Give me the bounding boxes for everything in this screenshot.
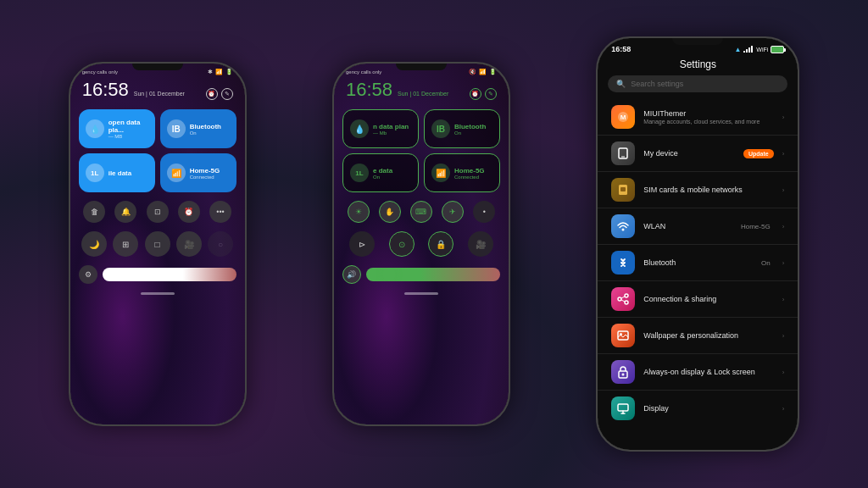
- bt-logo: [616, 256, 630, 269]
- edit-icon[interactable]: ✎: [221, 88, 233, 100]
- bt-icon-green: IB: [431, 119, 450, 138]
- signal-icon: [743, 46, 754, 53]
- tile-bt-sub: On: [190, 130, 221, 136]
- tile-wifi-sub-2: Connected: [454, 175, 485, 180]
- sim-logo: [616, 183, 630, 197]
- cast-btn[interactable]: ⊳: [349, 231, 375, 257]
- alarm-icon-2[interactable]: ⏰: [470, 88, 481, 100]
- tile-mobile-data[interactable]: 1L ile data: [79, 153, 155, 192]
- phone-1-screen: gency calls only ✱ 📶 🔋 16:58 Sun | 01 De…: [70, 64, 245, 424]
- brightness-handle: [149, 268, 163, 281]
- phone-2-status-bar: gency calls only 🔇 📶 🔋: [334, 64, 509, 77]
- miui-logo: M: [616, 110, 630, 124]
- brightness-slider[interactable]: [103, 268, 236, 281]
- svg-rect-9: [620, 187, 626, 191]
- tile-bt-sub-2: On: [454, 130, 486, 136]
- settings-time: 16:58: [611, 45, 631, 53]
- phone-2-time: 16:58: [346, 79, 392, 101]
- record-btn[interactable]: ⊙: [389, 231, 415, 257]
- edit-icon-2[interactable]: ✎: [485, 88, 497, 100]
- wlan-title: WLAN: [643, 222, 732, 230]
- tile-mobile-sub-2: On: [373, 175, 392, 180]
- settings-item-miui[interactable]: M MIUIThemer Manage accounts, cloud serv…: [598, 99, 798, 136]
- tile-data-green[interactable]: 💧 n data plan — Mb: [342, 109, 419, 148]
- settings-item-lock[interactable]: Always-on display & Lock screen ›: [598, 354, 798, 391]
- phone-2-bottom-indicator: [404, 292, 438, 295]
- copy-btn[interactable]: ⊞: [113, 231, 138, 257]
- more-btn-2[interactable]: •: [473, 201, 495, 223]
- tile-wifi[interactable]: 📶 Home-5G Connected: [160, 153, 236, 192]
- trash-btn[interactable]: 🗑: [83, 201, 105, 223]
- keyboard-btn[interactable]: ⌨: [410, 201, 432, 223]
- settings-item-sim[interactable]: SIM cards & mobile networks ›: [598, 172, 798, 208]
- device-badge: Update: [743, 149, 774, 158]
- phone-1-status-bar: gency calls only ✱ 📶 🔋: [70, 64, 245, 77]
- settings-list: M MIUIThemer Manage accounts, cloud serv…: [598, 99, 798, 426]
- search-icon: 🔍: [616, 80, 626, 88]
- settings-item-display[interactable]: Display ›: [598, 391, 798, 426]
- settings-gear-btn[interactable]: ⚙: [79, 265, 97, 284]
- search-bar[interactable]: 🔍 Search settings: [608, 75, 787, 92]
- mobile-icon-green: 1L: [350, 164, 369, 182]
- lock-btn[interactable]: 🔒: [428, 231, 453, 257]
- miui-icon: M: [611, 105, 635, 129]
- phone-1-time: 16:58: [82, 79, 129, 101]
- volume-btn[interactable]: 🔊: [342, 265, 361, 284]
- video-btn[interactable]: 🎥: [176, 231, 202, 257]
- wallpaper-logo: [616, 329, 630, 342]
- tile-wifi-title: Home-5G: [190, 167, 220, 175]
- miui-chevron: ›: [782, 114, 785, 121]
- settings-item-device[interactable]: My device Update ›: [598, 136, 798, 172]
- calc-btn[interactable]: □: [145, 231, 170, 257]
- bt-settings-icon: [611, 251, 635, 274]
- tile-data[interactable]: 💧 open data pla... — MB: [79, 109, 155, 148]
- wifi-tile-icon: 📶: [167, 164, 186, 182]
- sim-chevron: ›: [782, 186, 785, 194]
- wlan-chevron: ›: [782, 223, 785, 230]
- airplane-btn[interactable]: ✈: [442, 201, 464, 223]
- settings-item-bluetooth[interactable]: Bluetooth On ›: [598, 245, 798, 281]
- moon-btn[interactable]: 🌙: [81, 231, 107, 257]
- alarm-btn[interactable]: ⏰: [178, 201, 200, 223]
- tile-wifi-sub: Connected: [190, 175, 220, 180]
- tile-mobile-green[interactable]: 1L e data On: [342, 153, 419, 192]
- tile-wifi-green[interactable]: 📶 Home-5G Connected: [424, 153, 500, 192]
- tile-bt-title-2: Bluetooth: [454, 123, 486, 130]
- tile-mobile-title-2: e data: [373, 167, 392, 175]
- brightness-btn-2[interactable]: ☀: [348, 201, 370, 223]
- display-title: Display: [643, 404, 773, 413]
- touch-btn[interactable]: ✋: [379, 201, 401, 223]
- tile-bt-green[interactable]: IB Bluetooth On: [424, 109, 500, 148]
- wifi-icon-green: 📶: [431, 164, 450, 182]
- settings-item-connection[interactable]: Connection & sharing ›: [598, 281, 798, 318]
- conn-icon: [611, 287, 635, 311]
- miui-title: MIUIThemer: [643, 109, 773, 118]
- empty-btn[interactable]: ○: [208, 231, 233, 257]
- search-input[interactable]: Search settings: [631, 80, 683, 88]
- alarm-icon[interactable]: ⏰: [206, 88, 218, 100]
- settings-item-wallpaper[interactable]: Wallpaper & personalization ›: [598, 318, 798, 354]
- crop-btn[interactable]: ⊡: [147, 201, 169, 223]
- phone-2-screen: gency calls only 🔇 📶 🔋 16:58 Sun | 01 De…: [334, 64, 509, 424]
- svg-line-15: [621, 300, 625, 302]
- volume-slider[interactable]: [366, 268, 500, 281]
- wlan-icon: [611, 214, 635, 238]
- sim-icon: [611, 178, 635, 202]
- svg-rect-20: [618, 404, 628, 411]
- phone-2-brightness: 🔊: [334, 260, 509, 289]
- tile-wifi-title-2: Home-5G: [454, 167, 485, 175]
- phone-2: gency calls only 🔇 📶 🔋 16:58 Sun | 01 De…: [332, 62, 510, 426]
- settings-item-wlan[interactable]: WLAN Home-5G ›: [598, 208, 798, 245]
- display-chevron: ›: [782, 405, 785, 413]
- tile-bluetooth[interactable]: IB Bluetooth On: [160, 109, 236, 148]
- settings-status-icons: ▲ WiFi: [734, 45, 784, 53]
- bell-btn[interactable]: 🔔: [114, 201, 136, 223]
- conn-logo: [616, 292, 630, 306]
- display-icon: [611, 396, 635, 420]
- video-btn-2[interactable]: 🎥: [468, 231, 493, 257]
- more-btn[interactable]: •••: [209, 201, 231, 223]
- wlan-logo: [616, 219, 630, 233]
- device-icon: [611, 141, 635, 165]
- svg-point-11: [618, 297, 621, 301]
- phone-2-icon-row-2: ⊳ ⊙ 🔒 🎥: [334, 228, 509, 260]
